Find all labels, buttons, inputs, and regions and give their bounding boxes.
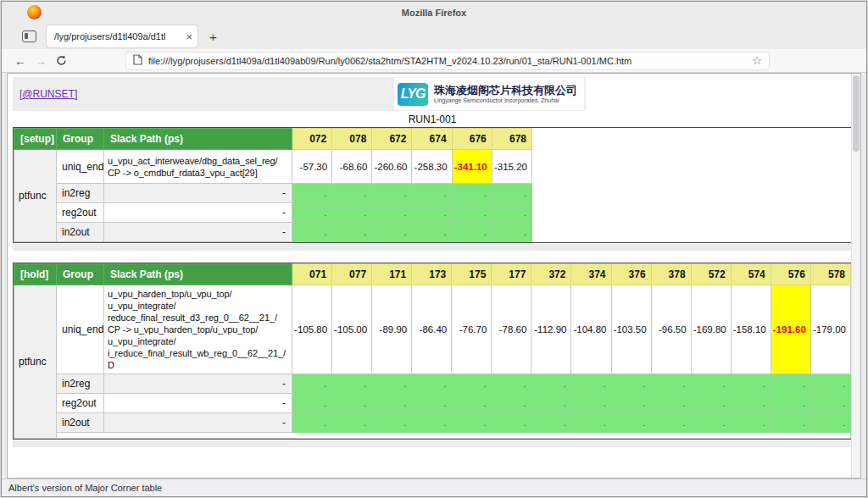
page-document-icon [133, 53, 142, 69]
dash-cell: - [104, 223, 292, 242]
hold-in2out-row: in2out - . . . . . . . . . . . . [14, 413, 851, 433]
group-name-cell: in2reg [57, 184, 104, 203]
pass-cell: . [292, 223, 332, 242]
pass-cell: . [412, 203, 452, 223]
setup-in2out-row: in2out - . . . . . . [14, 223, 532, 242]
pass-cell: . [531, 394, 571, 413]
pass-cell: . [332, 223, 372, 242]
reload-button[interactable] [51, 55, 71, 66]
hold-column-header: 374 [571, 264, 611, 285]
setup-slack-value: -260.60 [372, 150, 412, 184]
dash-cell: - [104, 374, 292, 394]
status-bar: Albert's version of Major Corner table [2, 479, 866, 496]
pass-cell: . [492, 374, 531, 394]
setup-column-header: 078 [332, 129, 372, 150]
pass-cell: . [731, 394, 771, 413]
pass-cell: . [492, 413, 531, 433]
browser-window: Mozilla Firefox /lyg/projusers/d1tl409a/… [1, 1, 867, 497]
pass-cell: . [452, 203, 492, 223]
hold-in2reg-row: in2reg - . . . . . . . . . . . . [14, 374, 851, 394]
pass-cell: . [452, 394, 492, 413]
pass-cell: . [771, 413, 810, 433]
setup-column-header: 676 [452, 129, 492, 150]
pass-cell: . [412, 184, 452, 203]
pass-cell: . [691, 374, 731, 394]
pass-cell: . [611, 394, 651, 413]
pass-cell: . [810, 413, 850, 433]
pass-cell: . [412, 374, 452, 394]
pass-cell: . [691, 394, 731, 413]
vertical-scrollbar-thumb[interactable] [853, 75, 860, 152]
setup-slack-value: -68.60 [332, 150, 372, 184]
lyg-logo-icon: LYG [398, 83, 428, 106]
hold-slack-value: -112.90 [531, 285, 571, 374]
pass-cell: . [492, 203, 531, 223]
setup-group-header: Group [57, 129, 104, 150]
url-input[interactable] [148, 56, 752, 66]
spacer-cell [57, 433, 851, 439]
pass-cell: . [651, 413, 691, 433]
horizontal-scrollbar[interactable] [13, 440, 852, 447]
setup-uniq-end-row: ptfunc uniq_end u_vpu_act_interweave/dbg… [14, 150, 532, 184]
pass-cell: . [651, 394, 691, 413]
pass-cell: . [731, 413, 771, 433]
pass-cell: . [611, 413, 651, 433]
pass-cell: . [372, 413, 412, 433]
new-tab-button[interactable]: + [209, 30, 217, 44]
pass-cell: . [372, 394, 412, 413]
firefox-view-icon[interactable] [22, 30, 36, 42]
tab-bar: /lyg/projusers/d1tl409a/d1tl × + [2, 24, 866, 49]
hold-slack-header: Slack Path (ps) [104, 264, 292, 285]
back-button[interactable]: ← [10, 54, 31, 68]
company-name-english: Lingyange Semiconductor Incorporated, Zh… [434, 97, 577, 104]
setup-worst-slack-value: -341.10 [452, 150, 492, 184]
pass-cell: . [332, 413, 372, 433]
setup-in2reg-row: in2reg - . . . . . . [14, 184, 532, 203]
company-logo-block: LYG 珠海凌烟阁芯片科技有限公司 Lingyange Semiconducto… [394, 78, 584, 110]
forward-button[interactable]: → [31, 54, 51, 68]
setup-scenario-cell: ptfunc [14, 150, 57, 242]
pass-cell: . [571, 394, 611, 413]
pass-cell: . [292, 394, 332, 413]
hold-group-header: Group [57, 264, 104, 285]
pass-cell: . [412, 223, 452, 242]
group-name-cell: in2out [57, 223, 104, 242]
hold-worst-slack-value: -191.60 [771, 285, 810, 374]
pass-cell: . [452, 413, 492, 433]
hold-slack-value: -103.50 [611, 285, 651, 374]
setup-column-header: 672 [372, 129, 412, 150]
hold-slack-value: -76.70 [452, 285, 492, 374]
hold-slack-value: -89.90 [372, 285, 412, 374]
horizontal-scrollbar[interactable] [13, 244, 852, 251]
pass-cell: . [492, 184, 531, 203]
runset-bracket-close: ] [75, 88, 77, 100]
runset-link-label[interactable]: @RUNSET [22, 88, 75, 100]
tab-active[interactable]: /lyg/projusers/d1tl409a/d1tl × [47, 25, 198, 47]
hold-slack-value: -169.80 [691, 285, 731, 374]
hold-column-header: 177 [492, 264, 531, 285]
pass-cell: . [412, 394, 452, 413]
tab-close-icon[interactable]: × [182, 30, 192, 43]
navigation-toolbar: ← → ☆ [2, 49, 866, 73]
hold-header-row: [hold] Group Slack Path (ps) 071 077 171… [14, 264, 851, 285]
hold-uniq-end-row: ptfunc uniq_end u_vpu_harden_top/u_vpu_t… [14, 285, 851, 374]
hold-slack-value: -105.80 [292, 285, 332, 374]
pass-cell: . [492, 223, 531, 242]
hold-scenario-cell: ptfunc [14, 285, 57, 439]
bookmark-star-icon[interactable]: ☆ [752, 54, 762, 67]
hold-column-header: 578 [810, 264, 850, 285]
pass-cell: . [452, 184, 492, 203]
pass-cell: . [531, 374, 571, 394]
runset-link[interactable]: [@RUNSET] [19, 88, 77, 100]
hold-group-cell: uniq_end [57, 285, 104, 374]
hold-column-header: 171 [372, 264, 412, 285]
url-bar[interactable]: ☆ [125, 52, 770, 70]
pass-cell: . [611, 374, 651, 394]
setup-column-header: 674 [412, 129, 452, 150]
setup-header-row: [setup] Group Slack Path (ps) 072 078 67… [14, 129, 532, 150]
hold-column-header: 173 [412, 264, 452, 285]
hold-slack-path-cell: u_vpu_harden_top/u_vpu_top/ u_vpu_integr… [104, 285, 292, 374]
pass-cell: . [452, 223, 492, 242]
vertical-scrollbar[interactable] [851, 74, 860, 478]
hold-column-header: 077 [332, 264, 372, 285]
